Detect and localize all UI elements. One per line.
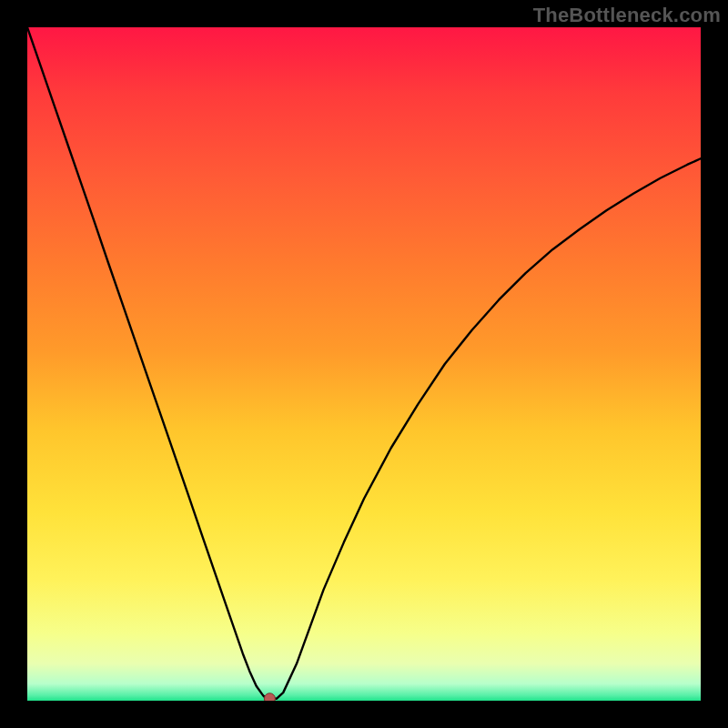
plot-area	[27, 27, 701, 701]
chart-container: TheBottleneck.com	[0, 0, 728, 728]
optimal-point-marker	[264, 693, 275, 701]
bottleneck-curve-svg	[27, 27, 701, 701]
gradient-background	[27, 27, 701, 701]
watermark-text: TheBottleneck.com	[533, 4, 721, 27]
